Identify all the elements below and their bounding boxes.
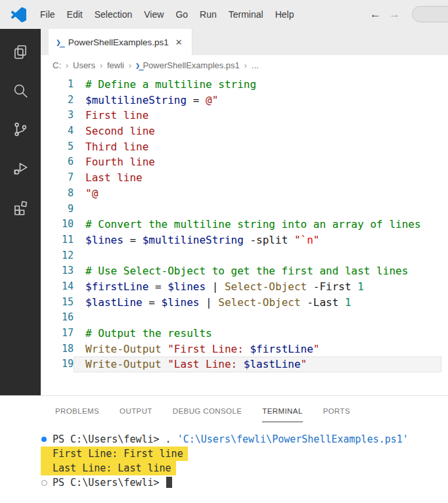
code-text: Third line xyxy=(74,139,441,155)
code-token: = xyxy=(123,234,143,246)
terminal-line[interactable]: First Line: First line xyxy=(0,447,448,461)
breadcrumb-file[interactable]: PowerShellExamples.ps1 xyxy=(142,60,240,70)
breadcrumb-fewli[interactable]: fewli xyxy=(106,60,125,70)
terminal-line[interactable]: PS C:\Users\fewli> . 'C:\Users\fewli\Pow… xyxy=(0,432,448,447)
terminal[interactable]: PS C:\Users\fewli> . 'C:\Users\fewli\Pow… xyxy=(0,426,448,490)
menu-go[interactable]: Go xyxy=(169,5,194,24)
menu-edit[interactable]: Edit xyxy=(61,5,89,24)
close-icon[interactable]: ✕ xyxy=(173,37,185,48)
code-token: Third line xyxy=(85,141,148,153)
code-token: $lastLine xyxy=(244,358,301,370)
code-line[interactable]: 13# Use Select-Object to get the first a… xyxy=(41,263,448,279)
code-line[interactable]: 9 xyxy=(41,202,448,217)
tab-powershellexamples[interactable]: ❯_ PowerShellExamples.ps1 ✕ xyxy=(49,29,192,55)
code-line[interactable]: 7Last line xyxy=(41,170,448,186)
code-token: $firstLine xyxy=(85,280,148,293)
menu-view[interactable]: View xyxy=(138,5,169,24)
code-token: # Convert the multiline string into an a… xyxy=(85,218,421,230)
menu-selection[interactable]: Selection xyxy=(89,5,139,24)
code-token: -Last xyxy=(301,296,345,309)
tab-debug-console[interactable]: DEBUG CONSOLE xyxy=(173,401,242,421)
code-line[interactable]: 10# Convert the multiline string into an… xyxy=(41,217,448,232)
line-number: 13 xyxy=(41,263,74,279)
code-token: $lines xyxy=(162,296,200,309)
code-token: Write-Output xyxy=(85,358,162,370)
tab-output[interactable]: OUTPUT xyxy=(120,401,152,421)
menu-run[interactable]: Run xyxy=(194,5,223,24)
code-token: Last line xyxy=(85,171,143,184)
terminal-line[interactable]: Last Line: Last line xyxy=(0,461,448,475)
source-control-icon[interactable] xyxy=(0,110,41,148)
terminal-line[interactable]: PS C:\Users\fewli> xyxy=(0,475,448,490)
forward-arrow-icon[interactable]: → xyxy=(389,0,400,29)
code-line[interactable]: 15$lastLine = $lines | Select-Object -La… xyxy=(41,295,448,311)
code-line[interactable]: 14$firstLine = $lines | Select-Object -F… xyxy=(41,279,448,295)
code-line[interactable]: 8"@ xyxy=(41,186,448,202)
back-arrow-icon[interactable]: ← xyxy=(370,0,381,29)
code-line[interactable]: 2$multilineString = @" xyxy=(41,93,448,108)
menu-bar: File Edit Selection View Go Run Terminal… xyxy=(34,5,300,24)
code-token: " xyxy=(301,358,307,370)
code-token: $lines xyxy=(168,280,206,293)
code-token: $firstLine xyxy=(250,343,313,355)
menu-help[interactable]: Help xyxy=(269,5,300,24)
line-number: 5 xyxy=(41,139,74,155)
code-line[interactable]: 17# Output the results xyxy=(41,326,448,341)
tab-problems[interactable]: PROBLEMS xyxy=(55,401,99,421)
run-and-debug-icon[interactable] xyxy=(0,148,41,187)
code-token: " xyxy=(294,234,301,246)
terminal-token: 'C:\Users\fewli\PowerShellExamples.ps1' xyxy=(177,433,409,445)
breadcrumb-more[interactable]: ... xyxy=(251,60,259,70)
code-text: $multilineString = @" xyxy=(74,93,441,108)
line-number: 14 xyxy=(41,279,74,295)
code-line[interactable]: 16 xyxy=(41,310,448,326)
breadcrumb: C: › Users › fewli › ❯_ PowerShellExampl… xyxy=(41,55,448,76)
code-line[interactable]: 18Write-Output "First Line: $firstLine" xyxy=(41,341,448,357)
code-token: " xyxy=(313,234,320,246)
code-text xyxy=(74,310,441,326)
code-text: Second line xyxy=(74,123,441,139)
explorer-icon[interactable] xyxy=(0,32,41,71)
activity-bar xyxy=(0,29,41,395)
code-line[interactable]: 19Write-Output "Last Line: $lastLine" xyxy=(41,357,448,372)
code-line[interactable]: 4Second line xyxy=(41,123,448,139)
code-text: # Use Select-Object to get the first and… xyxy=(74,263,441,279)
code-token xyxy=(162,343,168,355)
menu-file[interactable]: File xyxy=(34,5,61,24)
powershell-file-icon: ❯_ xyxy=(135,61,142,70)
line-number: 19 xyxy=(41,357,74,372)
chevron-right-icon: › xyxy=(66,61,68,70)
code-line[interactable]: 11$lines = $multilineString -split "`n" xyxy=(41,232,448,248)
code-line[interactable]: 1# Define a multiline string xyxy=(41,77,448,93)
code-line[interactable]: 12 xyxy=(41,248,448,264)
code-line[interactable]: 3First line xyxy=(41,108,448,123)
extensions-icon[interactable] xyxy=(0,187,41,226)
line-number: 9 xyxy=(41,202,74,217)
code-token: "Last Line: xyxy=(168,358,244,370)
highlight-annotation: First Line: First line xyxy=(41,447,188,461)
terminal-token: PS C:\Users\fewli> xyxy=(53,477,166,489)
code-text xyxy=(74,248,441,264)
code-token xyxy=(162,358,168,370)
bottom-panel: PROBLEMS OUTPUT DEBUG CONSOLE TERMINAL P… xyxy=(0,395,448,503)
code-token: # Define a multiline string xyxy=(85,78,256,91)
code-editor[interactable]: 1# Define a multiline string2$multilineS… xyxy=(41,76,448,395)
powershell-file-icon: ❯_ xyxy=(56,37,64,47)
breadcrumb-users[interactable]: Users xyxy=(72,60,96,70)
search-icon[interactable] xyxy=(0,71,41,110)
line-number: 15 xyxy=(41,295,74,311)
code-token: 1 xyxy=(345,296,351,309)
tab-ports[interactable]: PORTS xyxy=(323,401,350,421)
code-token: Write-Output xyxy=(85,343,162,355)
code-text: $firstLine = $lines | Select-Object -Fir… xyxy=(74,279,441,295)
tab-terminal[interactable]: TERMINAL xyxy=(262,401,302,421)
code-line[interactable]: 5Third line xyxy=(41,139,448,155)
command-center-search[interactable] xyxy=(412,6,448,22)
line-number: 10 xyxy=(41,217,74,232)
code-text: # Output the results xyxy=(74,326,441,341)
menu-terminal[interactable]: Terminal xyxy=(223,5,269,24)
code-text: $lastLine = $lines | Select-Object -Last… xyxy=(74,295,441,311)
code-line[interactable]: 6Fourth line xyxy=(41,154,448,170)
breadcrumb-drive[interactable]: C: xyxy=(52,60,62,70)
code-text: # Define a multiline string xyxy=(74,77,441,93)
